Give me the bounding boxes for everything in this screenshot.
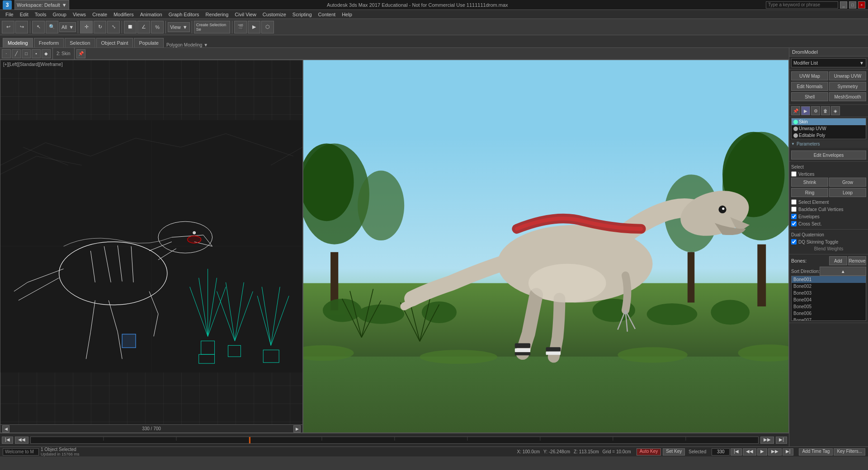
tab-object-paint[interactable]: Object Paint <box>96 38 133 47</box>
prev-key-button[interactable]: ◀◀ <box>743 448 756 456</box>
viewport-right[interactable] <box>303 60 789 433</box>
bones-list[interactable]: Bone001 Bone002 Bone003 Bone004 Bone005 … <box>791 276 866 321</box>
stack-item-skin[interactable]: Skin <box>792 118 866 125</box>
menu-tools[interactable]: Tools <box>32 11 49 18</box>
vp-right-arrow[interactable]: ▶ <box>293 425 301 432</box>
view-dropdown[interactable]: View▼ <box>168 22 190 32</box>
select-filter-dropdown[interactable]: All▼ <box>59 22 76 32</box>
remove-bone-button[interactable]: Remove <box>848 256 866 265</box>
timeline-prev-frame[interactable]: |◀ <box>2 437 13 444</box>
select-element-checkbox[interactable] <box>791 199 797 205</box>
auto-key-button[interactable]: Auto Key <box>637 448 661 456</box>
stack-item-editable-poly[interactable]: Editable Poly <box>792 132 866 139</box>
menu-create[interactable]: Create <box>90 11 110 18</box>
timeline-prev-key[interactable]: ◀◀ <box>15 437 28 444</box>
play-button[interactable]: ▶ <box>757 448 767 456</box>
menu-edit[interactable]: Edit <box>17 11 31 18</box>
edit-envelopes-button[interactable]: Edit Envelopes <box>791 150 866 160</box>
add-time-tag-button[interactable]: Add Time Tag <box>799 448 833 456</box>
current-frame-input[interactable] <box>712 448 730 456</box>
stack-unique-icon[interactable]: ◈ <box>831 106 840 115</box>
tab-modeling[interactable]: Modeling <box>3 38 33 47</box>
search-input[interactable] <box>766 1 838 9</box>
vertices-checkbox[interactable] <box>791 171 797 177</box>
timeline-bar[interactable] <box>30 437 759 444</box>
menu-scripting[interactable]: Scripting <box>290 11 315 18</box>
vertex-mode-button[interactable]: · <box>2 49 11 58</box>
edge-mode-button[interactable]: ╱ <box>12 49 21 58</box>
menu-graph-editors[interactable]: Graph Editors <box>166 11 202 18</box>
close-button[interactable]: × <box>858 1 865 9</box>
stack-settings-icon[interactable]: ⚙ <box>811 106 820 115</box>
sort-direction-button[interactable]: ▲ <box>820 267 866 276</box>
timeline-next-frame[interactable]: ▶▶ <box>760 437 774 444</box>
stack-delete-icon[interactable]: 🗑 <box>821 106 830 115</box>
ring-button[interactable]: Ring <box>791 188 828 197</box>
bone-item-004[interactable]: Bone004 <box>792 296 866 303</box>
workspace-dropdown[interactable]: Workspace: Default ▼ <box>14 0 69 10</box>
bone-item-001[interactable]: Bone001 <box>792 276 866 283</box>
maximize-button[interactable]: □ <box>849 1 856 9</box>
stack-display-icon[interactable]: ▶ <box>801 106 810 115</box>
key-filters-button[interactable]: Key Filters... <box>834 448 865 456</box>
stack-pin-icon[interactable]: 📌 <box>791 106 800 115</box>
bone-item-006[interactable]: Bone006 <box>792 310 866 317</box>
bone-item-002[interactable]: Bone002 <box>792 283 866 290</box>
viewport-left[interactable]: [+][Left][Standard][Wireframe] <box>0 60 303 433</box>
create-selection-button[interactable]: Create Selection Se <box>194 21 230 33</box>
stack-item-unwrap[interactable]: Unwrap UVW <box>792 125 866 132</box>
tab-freeform[interactable]: Freeform <box>34 38 64 47</box>
minimize-button[interactable]: _ <box>840 1 847 9</box>
menu-views[interactable]: Views <box>70 11 89 18</box>
snap-toggle-button[interactable]: 🔲 <box>124 21 137 33</box>
select-move-button[interactable]: ✛ <box>80 21 93 33</box>
render-setup-button[interactable]: 🎬 <box>234 21 247 33</box>
menu-group[interactable]: Group <box>50 11 69 18</box>
menu-help[interactable]: Help <box>339 11 355 18</box>
tab-selection[interactable]: Selection <box>65 38 95 47</box>
envelopes-checkbox[interactable] <box>791 214 797 219</box>
loop-button[interactable]: Loop <box>829 188 866 197</box>
menu-animation[interactable]: Animation <box>137 11 165 18</box>
meshsmooth-button[interactable]: MeshSmooth <box>829 92 866 101</box>
angle-snap-button[interactable]: ∠ <box>137 21 150 33</box>
select-scale-button[interactable]: ⤡ <box>107 21 120 33</box>
select-button[interactable]: ↖ <box>32 21 45 33</box>
grow-button[interactable]: Grow <box>829 178 866 187</box>
set-key-button[interactable]: Set Key <box>663 448 685 456</box>
menu-file[interactable]: File <box>3 11 16 18</box>
undo-button[interactable]: ↩ <box>2 21 14 33</box>
select-rotate-button[interactable]: ↻ <box>94 21 106 33</box>
uvw-map-button[interactable]: UVW Map <box>791 71 828 80</box>
render-button[interactable]: ▶ <box>248 21 260 33</box>
redo-button[interactable]: ↪ <box>15 21 28 33</box>
prev-frame-button[interactable]: |◀ <box>731 448 742 456</box>
menu-civil-view[interactable]: Civil View <box>232 11 259 18</box>
add-bone-button[interactable]: Add <box>829 256 847 265</box>
cross-sections-checkbox[interactable] <box>791 221 797 226</box>
timeline-next-key[interactable]: ▶| <box>776 437 787 444</box>
vp-left-arrow[interactable]: ◀ <box>2 425 9 432</box>
edit-normals-button[interactable]: Edit Normals <box>791 82 828 91</box>
next-frame-button[interactable]: ▶| <box>783 448 794 456</box>
menu-customize[interactable]: Customize <box>260 11 289 18</box>
element-mode-button[interactable]: ◆ <box>42 49 51 58</box>
bone-item-005[interactable]: Bone005 <box>792 303 866 310</box>
menu-content[interactable]: Content <box>316 11 339 18</box>
modifier-list-dropdown[interactable]: Modifier List ▼ <box>791 58 866 67</box>
polygon-mode-button[interactable]: ▪ <box>32 49 41 58</box>
tab-populate[interactable]: Populate <box>134 38 163 47</box>
next-key-button[interactable]: ▶▶ <box>768 448 782 456</box>
backface-cull-checkbox[interactable] <box>791 207 797 212</box>
dq-toggle-checkbox[interactable] <box>791 239 797 244</box>
menu-rendering[interactable]: Rendering <box>203 11 231 18</box>
border-mode-button[interactable]: □ <box>22 49 31 58</box>
bone-item-007[interactable]: Bone007 <box>792 317 866 321</box>
pin-button[interactable]: 📌 <box>76 49 85 58</box>
shrink-button[interactable]: Shrink <box>791 178 828 187</box>
percent-snap-button[interactable]: % <box>151 21 164 33</box>
symmetry-button[interactable]: Symmetry <box>829 82 866 91</box>
shell-button[interactable]: Shell <box>791 92 828 101</box>
unwrap-uvw-button-1[interactable]: Unwrap UVW <box>829 71 866 80</box>
select-by-name-button[interactable]: 🔍 <box>46 21 58 33</box>
